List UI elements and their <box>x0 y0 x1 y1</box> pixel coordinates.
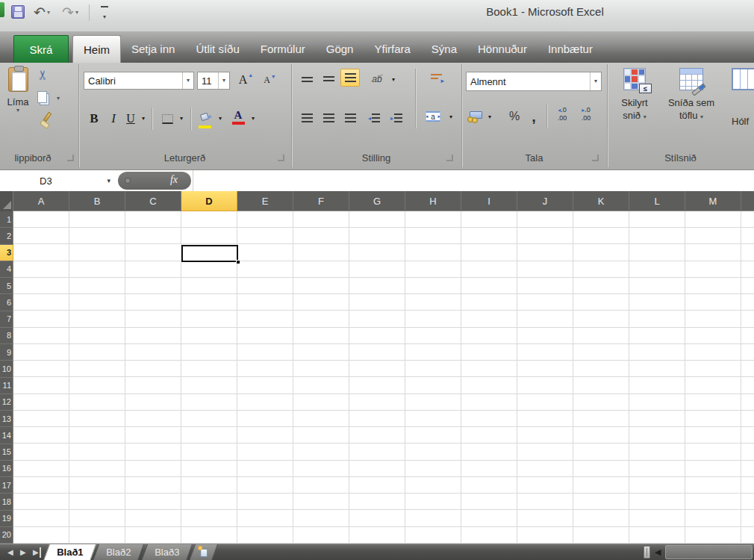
tab-file[interactable]: Skrá <box>13 35 69 63</box>
row-header-10[interactable]: 10 <box>0 361 13 377</box>
align-top-button[interactable] <box>297 70 317 88</box>
customize-qat-button[interactable]: ▾ <box>99 6 110 22</box>
row-header-13[interactable]: 13 <box>0 411 13 427</box>
row-header-18[interactable]: 18 <box>0 494 13 510</box>
row-header-20[interactable]: 20 <box>0 527 13 544</box>
format-as-table-button[interactable]: Sníða sem töflu ▾ <box>661 66 722 152</box>
alignment-dialog-launcher[interactable] <box>446 155 453 161</box>
align-center-button[interactable] <box>319 109 338 127</box>
row-header-15[interactable]: 15 <box>0 444 13 461</box>
column-header-J[interactable]: J <box>517 191 573 211</box>
tab-útlit-síðu[interactable]: Útlit síðu <box>185 34 249 63</box>
row-header-2[interactable]: 2 <box>0 228 13 244</box>
sheet-tab-blað2[interactable]: Blað2 <box>93 544 144 560</box>
grow-font-button[interactable]: A ▲ <box>236 70 255 90</box>
borders-button[interactable] <box>158 109 177 128</box>
cell-styles-button[interactable]: Hólf <box>726 66 754 152</box>
row-header-7[interactable]: 7 <box>0 311 13 328</box>
decrease-indent-button[interactable]: ◂ <box>364 109 384 127</box>
row-header-4[interactable]: 4 <box>0 261 13 278</box>
save-button[interactable] <box>9 2 27 22</box>
column-header-C[interactable]: C <box>125 191 181 211</box>
tab-split-handle[interactable] <box>644 546 650 559</box>
font-name-combo[interactable]: Calibri ▾ <box>84 72 194 90</box>
column-header-L[interactable]: L <box>629 191 685 211</box>
row-header-16[interactable]: 16 <box>0 461 13 477</box>
percent-style-button[interactable]: % <box>505 106 524 127</box>
column-header-B[interactable]: B <box>69 191 125 211</box>
comma-style-button[interactable]: , <box>527 106 540 127</box>
row-header-14[interactable]: 14 <box>0 427 13 444</box>
name-box[interactable]: D3 ▾ <box>0 170 113 191</box>
insert-function-button[interactable]: fx <box>118 172 191 190</box>
tab-innbætur[interactable]: Innbætur <box>538 34 603 63</box>
redo-button[interactable]: ↷ ▾ <box>60 2 81 22</box>
font-dialog-launcher[interactable] <box>278 155 284 161</box>
font-color-dropdown-icon[interactable]: ▾ <box>249 113 258 124</box>
orientation-dropdown-icon[interactable]: ▾ <box>389 75 398 85</box>
column-header-D[interactable]: D <box>181 191 237 211</box>
copy-button[interactable] <box>37 91 47 103</box>
fill-color-dropdown-icon[interactable]: ▾ <box>216 113 225 124</box>
merge-center-button[interactable]: ◂ a ▸ <box>423 108 443 125</box>
row-header-5[interactable]: 5 <box>0 278 13 294</box>
column-header-K[interactable]: K <box>573 191 629 211</box>
tab-formúlur[interactable]: Formúlur <box>250 34 316 63</box>
redo-dropdown-icon[interactable]: ▾ <box>75 9 78 16</box>
paste-dropdown-icon[interactable]: ▾ <box>16 108 19 113</box>
align-bottom-button[interactable] <box>340 69 360 87</box>
row-header-3[interactable]: 3 <box>0 245 13 261</box>
sheet-nav-next-button[interactable]: ▶ <box>20 547 26 558</box>
font-color-button[interactable]: A <box>229 106 247 128</box>
align-left-button[interactable] <box>297 109 317 127</box>
number-format-combo[interactable]: Almennt ▾ <box>466 72 602 91</box>
cut-button[interactable]: ✂ <box>35 69 51 80</box>
accounting-dropdown-icon[interactable]: ▾ <box>485 112 494 122</box>
shrink-font-button[interactable]: A ▼ <box>260 70 279 90</box>
sheet-nav-prev-button[interactable]: ◀ <box>7 547 13 558</box>
tab-heim[interactable]: Heim <box>72 35 121 63</box>
row-header-17[interactable]: 17 <box>0 477 13 494</box>
hscroll-left-arrow[interactable]: ◀ <box>655 547 661 557</box>
insert-sheet-button[interactable] <box>189 544 218 560</box>
fill-handle[interactable] <box>236 260 240 264</box>
row-header-6[interactable]: 6 <box>0 294 13 311</box>
font-size-combo[interactable]: 11 ▾ <box>197 72 230 90</box>
hscroll-thumb[interactable] <box>665 545 753 559</box>
sheet-tab-blað1[interactable]: Blað1 <box>43 544 96 560</box>
sheet-tab-blað3[interactable]: Blað3 <box>141 544 193 560</box>
undo-button[interactable]: ↶ ▾ <box>31 2 52 22</box>
bold-button[interactable]: B <box>85 109 103 128</box>
tab-yfirfara[interactable]: Yfirfara <box>364 34 420 63</box>
tab-gögn[interactable]: Gögn <box>316 34 364 63</box>
formula-input[interactable] <box>193 170 754 191</box>
number-format-dropdown-icon[interactable]: ▾ <box>590 72 601 90</box>
sheet-nav-last-button[interactable]: ▶ <box>33 547 41 558</box>
align-right-button[interactable] <box>340 109 360 127</box>
font-size-dropdown-icon[interactable]: ▾ <box>218 72 229 89</box>
conditional-formatting-button[interactable]: ≤ Skilyrt snið ▾ <box>608 66 661 152</box>
accounting-format-button[interactable] <box>466 106 485 127</box>
column-header-G[interactable]: G <box>349 191 405 211</box>
column-header-A[interactable]: A <box>13 191 69 211</box>
format-painter-button[interactable] <box>39 112 57 130</box>
undo-dropdown-icon[interactable]: ▾ <box>47 9 50 16</box>
decrease-decimal-button[interactable]: ▸.0 .00 <box>576 106 596 125</box>
orientation-button[interactable]: ab <box>366 70 388 88</box>
underline-button[interactable]: U <box>122 109 139 128</box>
clipboard-dialog-launcher[interactable] <box>67 155 74 161</box>
tab-setja-inn[interactable]: Setja inn <box>121 34 185 63</box>
column-header-E[interactable]: E <box>237 191 293 211</box>
fill-color-button[interactable] <box>196 106 214 128</box>
row-header-8[interactable]: 8 <box>0 328 13 344</box>
column-header-F[interactable]: F <box>293 191 349 211</box>
row-header-1[interactable]: 1 <box>0 211 13 228</box>
name-box-dropdown-icon[interactable]: ▾ <box>107 177 110 184</box>
align-middle-button[interactable] <box>319 70 338 88</box>
active-cell-selection[interactable] <box>181 245 238 262</box>
tab-hönnuður[interactable]: Hönnuður <box>467 34 538 63</box>
increase-indent-button[interactable]: ▸ <box>387 109 406 127</box>
borders-dropdown-icon[interactable]: ▾ <box>177 113 186 124</box>
underline-dropdown-icon[interactable]: ▾ <box>139 113 148 124</box>
number-dialog-launcher[interactable] <box>592 155 599 161</box>
